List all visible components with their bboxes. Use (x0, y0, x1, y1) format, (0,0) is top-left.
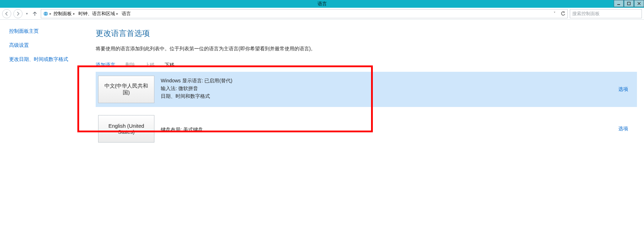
main-panel: 更改语言首选项 将要使用的语言添加到此列表中。位于列表第一位的语言为主语言(即你… (81, 20, 644, 240)
language-item[interactable]: 中文(中华人民共和国) Windows 显示语言: 已启用(替代) 输入法: 微… (96, 72, 637, 107)
language-name-badge: 中文(中华人民共和国) (98, 76, 154, 103)
add-language-link[interactable]: 添加语言 (96, 62, 115, 68)
history-dropdown[interactable]: ▾ (25, 12, 29, 15)
breadcrumb-item[interactable]: 控制面板▸ (52, 11, 76, 17)
move-down-link[interactable]: 下移 (165, 62, 174, 68)
window-controls (613, 0, 644, 8)
page-title: 更改语言首选项 (96, 28, 644, 39)
language-detail-line: 键盘布局: 美式键盘 (161, 127, 611, 133)
breadcrumb-item[interactable]: 语言 (120, 11, 132, 17)
back-button[interactable] (2, 9, 11, 18)
maximize-button[interactable] (624, 0, 634, 7)
window-title: 语言 (318, 1, 327, 7)
close-button[interactable] (634, 0, 644, 7)
address-bar[interactable]: ▸ 控制面板▸ 时钟、语言和区域▸ 语言 ˅ (41, 9, 568, 18)
chevron-down-icon[interactable]: ˅ (552, 11, 557, 16)
refresh-icon[interactable] (560, 11, 566, 16)
search-input[interactable] (572, 11, 639, 16)
sidebar-link-home[interactable]: 控制面板主页 (9, 28, 76, 34)
content-area: 控制面板主页 高级设置 更改日期、时间或数字格式 更改语言首选项 将要使用的语言… (0, 20, 644, 240)
language-detail-line: 输入法: 微软拼音 (161, 86, 611, 92)
language-detail-line: Windows 显示语言: 已启用(替代) (161, 78, 611, 84)
language-list: 中文(中华人民共和国) Windows 显示语言: 已启用(替代) 输入法: 微… (96, 72, 637, 146)
sidebar-link-date-format[interactable]: 更改日期、时间或数字格式 (9, 56, 76, 63)
sidebar: 控制面板主页 高级设置 更改日期、时间或数字格式 (0, 20, 81, 240)
language-options-link[interactable]: 选项 (611, 115, 632, 143)
up-button[interactable] (31, 10, 39, 18)
toolbar: ▾ ▸ 控制面板▸ 时钟、语言和区域▸ 语言 ˅ (0, 8, 644, 20)
language-name-badge: English (United States) (98, 115, 154, 143)
language-detail-line: 日期、时间和数字格式 (161, 93, 611, 100)
action-row: 添加语言 删除 上移 下移 (96, 62, 644, 68)
language-details: 键盘布局: 美式键盘 (154, 115, 611, 143)
window-titlebar: 语言 (0, 0, 644, 8)
svg-rect-1 (627, 2, 630, 5)
move-up-link: 上移 (145, 62, 155, 68)
search-box[interactable] (570, 9, 642, 18)
chevron-right-icon: ▸ (116, 12, 118, 15)
language-options-link[interactable]: 选项 (611, 76, 632, 103)
minimize-button[interactable] (614, 0, 624, 7)
breadcrumb-item[interactable]: 时钟、语言和区域▸ (77, 11, 120, 17)
remove-language-link: 删除 (125, 62, 135, 68)
language-details: Windows 显示语言: 已启用(替代) 输入法: 微软拼音 日期、时间和数字… (154, 76, 611, 103)
language-item[interactable]: English (United States) 键盘布局: 美式键盘 选项 (96, 111, 637, 146)
page-description: 将要使用的语言添加到此列表中。位于列表第一位的语言为主语言(即你希望看到并最常使… (96, 46, 644, 52)
chevron-right-icon: ▸ (50, 12, 51, 15)
forward-button[interactable] (13, 9, 23, 18)
globe-icon (43, 11, 49, 17)
chevron-right-icon: ▸ (73, 12, 75, 15)
sidebar-link-advanced[interactable]: 高级设置 (9, 42, 76, 49)
